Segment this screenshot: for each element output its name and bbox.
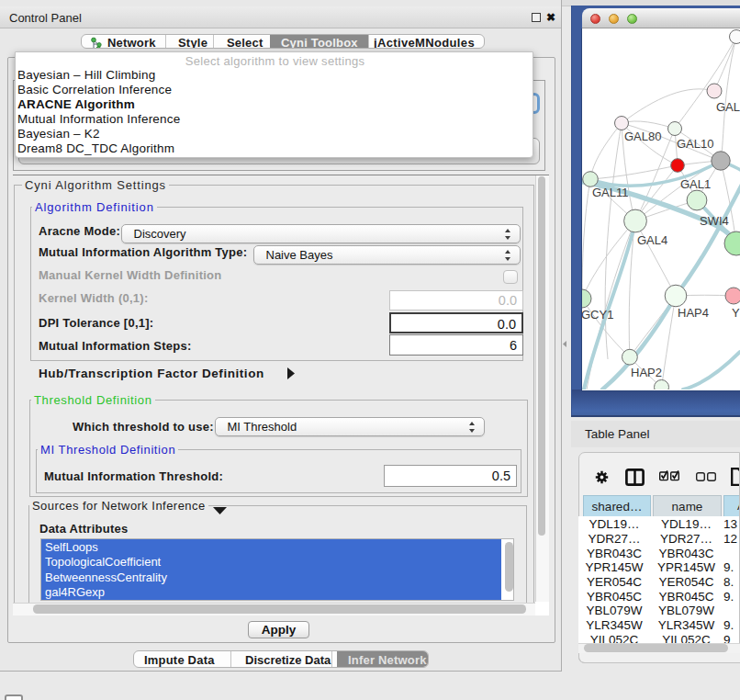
svg-text:YM: YM — [732, 306, 740, 320]
svg-text:GCY1: GCY1 — [582, 308, 613, 322]
svg-text:SWI4: SWI4 — [700, 214, 729, 228]
svg-text:GAL2: GAL2 — [716, 100, 740, 114]
svg-text:GAL4: GAL4 — [637, 233, 667, 247]
svg-text:HAP2: HAP2 — [631, 366, 662, 379]
svg-text:GAL11: GAL11 — [592, 186, 629, 199]
svg-text:GAL10: GAL10 — [677, 137, 713, 151]
svg-text:GAL80: GAL80 — [624, 130, 661, 143]
svg-text:GAL1: GAL1 — [680, 177, 711, 191]
svg-text:HAP4: HAP4 — [678, 306, 709, 320]
